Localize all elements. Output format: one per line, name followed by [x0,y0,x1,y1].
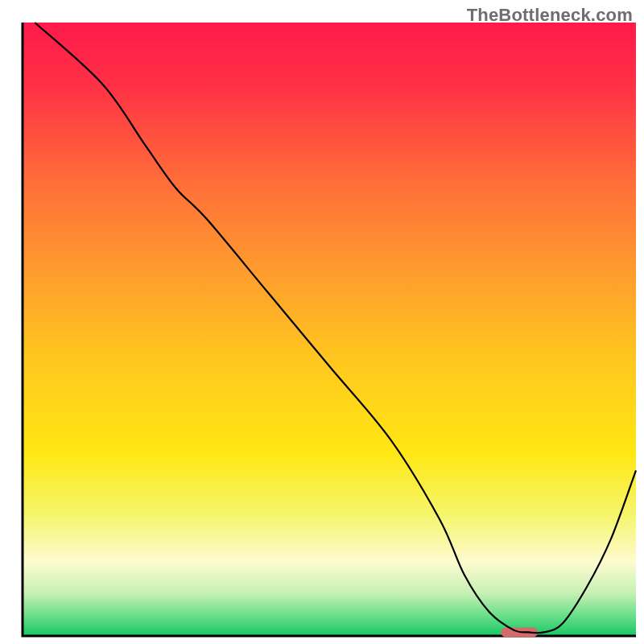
plot-background [23,23,636,636]
chart-container: TheBottleneck.com [0,0,644,644]
bottleneck-chart [0,0,644,644]
